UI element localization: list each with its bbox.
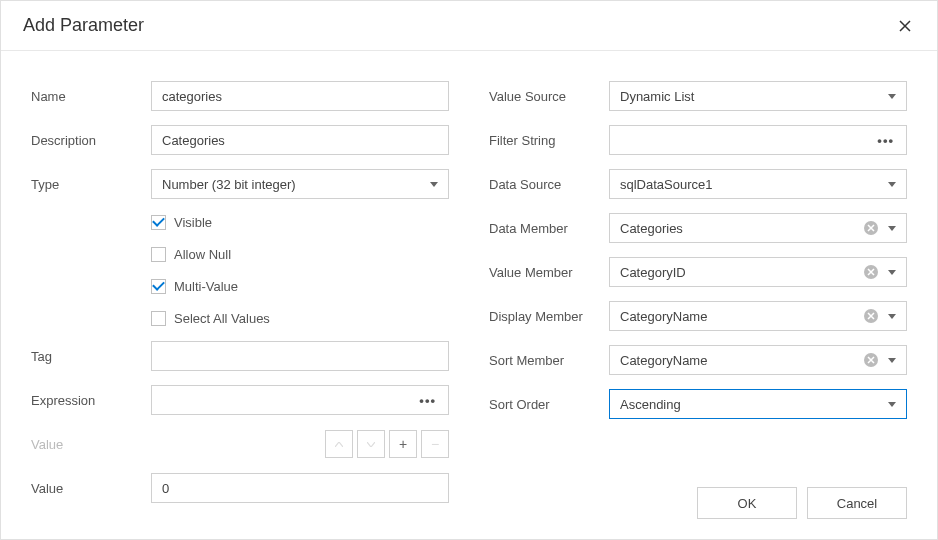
tag-input[interactable]	[151, 341, 449, 371]
visible-checkbox-label[interactable]: Visible	[174, 215, 212, 230]
display-member-combo[interactable]: CategoryName	[609, 301, 907, 331]
data-source-value: sqlDataSource1	[620, 177, 713, 192]
select-all-checkbox[interactable]	[151, 311, 166, 326]
name-input[interactable]	[151, 81, 449, 111]
move-down-button[interactable]	[357, 430, 385, 458]
multi-value-checkbox-label[interactable]: Multi-Value	[174, 279, 238, 294]
filter-string-ellipsis-button[interactable]: •••	[877, 133, 896, 148]
select-all-checkbox-label[interactable]: Select All Values	[174, 311, 270, 326]
chevron-down-icon	[888, 270, 896, 275]
chevron-down-icon	[430, 182, 438, 187]
sort-order-combo[interactable]: Ascending	[609, 389, 907, 419]
value-member-combo[interactable]: CategoryID	[609, 257, 907, 287]
cancel-button[interactable]: Cancel	[807, 487, 907, 519]
value-source-value: Dynamic List	[620, 89, 694, 104]
value-member-clear-button[interactable]	[864, 265, 878, 279]
dialog-title: Add Parameter	[23, 15, 144, 36]
chevron-down-icon	[888, 314, 896, 319]
expression-label: Expression	[31, 393, 151, 408]
value-label: Value	[31, 481, 151, 496]
clear-icon	[867, 356, 875, 364]
left-column: Name Description Type Number (32 bit int…	[31, 81, 449, 517]
chevron-down-icon	[888, 226, 896, 231]
filter-string-text[interactable]	[620, 126, 877, 154]
display-member-clear-button[interactable]	[864, 309, 878, 323]
clear-icon	[867, 268, 875, 276]
value-spinner-group: + −	[151, 430, 449, 458]
close-button[interactable]	[895, 16, 915, 36]
right-column: Value Source Dynamic List Filter String …	[489, 81, 907, 517]
chevron-down-icon	[367, 442, 375, 447]
value-input[interactable]	[151, 473, 449, 503]
data-member-clear-button[interactable]	[864, 221, 878, 235]
clear-icon	[867, 312, 875, 320]
dialog-body: Name Description Type Number (32 bit int…	[1, 51, 937, 537]
display-member-label: Display Member	[489, 309, 609, 324]
close-icon	[899, 20, 911, 32]
visible-checkbox[interactable]	[151, 215, 166, 230]
sort-member-combo[interactable]: CategoryName	[609, 345, 907, 375]
remove-button[interactable]: −	[421, 430, 449, 458]
filter-string-input[interactable]: •••	[609, 125, 907, 155]
dialog-header: Add Parameter	[1, 1, 937, 51]
value-list-label: Value	[31, 437, 151, 452]
data-source-label: Data Source	[489, 177, 609, 192]
tag-label: Tag	[31, 349, 151, 364]
ok-button[interactable]: OK	[697, 487, 797, 519]
allow-null-checkbox[interactable]	[151, 247, 166, 262]
data-member-combo[interactable]: Categories	[609, 213, 907, 243]
sort-member-label: Sort Member	[489, 353, 609, 368]
add-parameter-dialog: Add Parameter Name Description Type	[0, 0, 938, 540]
data-member-value: Categories	[620, 221, 683, 236]
value-member-value: CategoryID	[620, 265, 686, 280]
move-up-button[interactable]	[325, 430, 353, 458]
filter-string-label: Filter String	[489, 133, 609, 148]
sort-order-label: Sort Order	[489, 397, 609, 412]
allow-null-checkbox-label[interactable]: Allow Null	[174, 247, 231, 262]
description-input[interactable]	[151, 125, 449, 155]
sort-member-value: CategoryName	[620, 353, 707, 368]
expression-text[interactable]	[162, 386, 419, 414]
dialog-footer: OK Cancel	[697, 487, 907, 519]
type-combo[interactable]: Number (32 bit integer)	[151, 169, 449, 199]
type-label: Type	[31, 177, 151, 192]
name-label: Name	[31, 89, 151, 104]
data-source-combo[interactable]: sqlDataSource1	[609, 169, 907, 199]
value-source-label: Value Source	[489, 89, 609, 104]
chevron-down-icon	[888, 94, 896, 99]
sort-order-value: Ascending	[620, 397, 681, 412]
chevron-down-icon	[888, 358, 896, 363]
data-member-label: Data Member	[489, 221, 609, 236]
minus-icon: −	[431, 436, 439, 452]
clear-icon	[867, 224, 875, 232]
expression-ellipsis-button[interactable]: •••	[419, 393, 438, 408]
description-label: Description	[31, 133, 151, 148]
display-member-value: CategoryName	[620, 309, 707, 324]
chevron-up-icon	[335, 442, 343, 447]
chevron-down-icon	[888, 182, 896, 187]
multi-value-checkbox[interactable]	[151, 279, 166, 294]
plus-icon: +	[399, 436, 407, 452]
expression-input[interactable]: •••	[151, 385, 449, 415]
sort-member-clear-button[interactable]	[864, 353, 878, 367]
chevron-down-icon	[888, 402, 896, 407]
value-source-combo[interactable]: Dynamic List	[609, 81, 907, 111]
add-button[interactable]: +	[389, 430, 417, 458]
value-member-label: Value Member	[489, 265, 609, 280]
type-value: Number (32 bit integer)	[162, 177, 296, 192]
